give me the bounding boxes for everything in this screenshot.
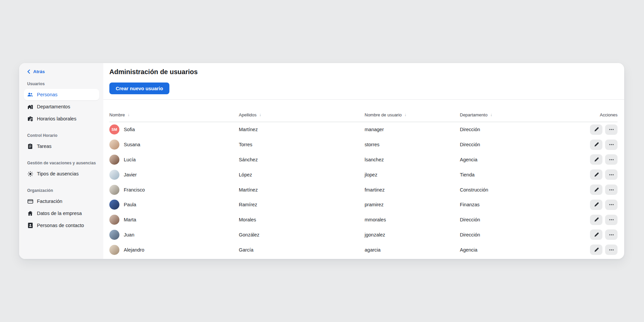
avatar [109,230,119,240]
actions-cell [579,215,618,225]
more-row-button[interactable] [605,140,618,150]
last-name: Sánchez [239,157,365,162]
edit-row-button[interactable] [590,124,602,135]
pencil-icon [594,217,599,222]
edit-row-button[interactable] [590,140,602,150]
pencil-icon [594,142,599,147]
column-header-nombre-de-usuario[interactable]: Nombre de usuario ↓ [365,112,460,117]
column-header-nombre[interactable]: Nombre ↓ [109,112,239,117]
actions-cell [579,245,618,255]
last-name: López [239,172,365,177]
department: Agencia [460,157,579,162]
sidebar-item-departamentos[interactable]: Departamentos [24,101,99,112]
department: Dirección [460,142,579,147]
column-header-acciones: Acciones [579,112,618,117]
sidebar-item-personas-de-contacto[interactable]: Personas de contacto [24,220,99,231]
edit-row-button[interactable] [590,245,602,255]
sidebar-item-label: Facturación [37,199,62,204]
more-row-button[interactable] [605,215,618,225]
pencil-icon [594,232,599,237]
first-name: Paula [124,202,136,207]
sort-down-icon[interactable]: ↓ [490,113,492,117]
username: agarcia [365,247,460,253]
username: jgonzalez [365,232,460,237]
edit-row-button[interactable] [590,200,602,210]
back-link[interactable]: Atrás [24,68,99,75]
column-header-apellidos[interactable]: Apellidos ↓ [239,112,365,117]
edit-row-button[interactable] [590,154,602,165]
sort-down-icon[interactable]: ↓ [405,113,407,117]
sidebar-item-tipos-de-ausencias[interactable]: Tipos de ausencias [24,168,99,179]
actions-cell [579,229,618,240]
ellipsis-icon [609,204,614,205]
edit-row-button[interactable] [590,184,602,195]
table-row: Javier López jlopez Tienda [109,167,618,182]
sidebar-item-personas[interactable]: Personas [24,89,99,100]
column-header-departamento[interactable]: Departamento ↓ [460,112,579,117]
name-cell: Lucía [109,155,239,165]
clipboard-icon [27,144,33,149]
chevron-left-icon [27,69,30,74]
edit-row-button[interactable] [590,229,602,240]
username: mmorales [365,217,460,222]
last-name: Martínez [239,187,365,193]
department: Finanzas [460,202,579,207]
ellipsis-icon [609,159,614,160]
ellipsis-icon [609,219,614,220]
section-label-usuarios: Usuarios [24,82,99,86]
more-row-button[interactable] [605,154,618,165]
edit-row-button[interactable] [590,215,602,225]
sidebar-item-horarios-laborales[interactable]: Horarios laborales [24,113,99,124]
sort-down-icon[interactable]: ↓ [259,113,261,117]
more-row-button[interactable] [605,245,618,255]
last-name: Ramírez [239,202,365,207]
ellipsis-icon [609,174,614,175]
name-cell: Paula [109,200,239,210]
page-title: Administración de usuarios [109,68,618,76]
first-name: Francisco [124,187,145,193]
pencil-icon [594,187,599,192]
sidebar-item-tareas[interactable]: Tareas [24,141,99,152]
create-user-button[interactable]: Crear nuevo usuario [109,83,169,94]
more-row-button[interactable] [605,124,618,135]
people-icon [27,92,33,97]
table-row: SM Sofia Martínez manager Dirección [109,122,618,137]
table-body: SM Sofia Martínez manager Dirección [109,122,618,257]
last-name: González [239,232,365,237]
first-name: Javier [124,172,137,177]
more-row-button[interactable] [605,200,618,210]
avatar [109,155,119,165]
actions-cell [579,140,618,150]
more-row-button[interactable] [605,229,618,240]
sidebar-item-label: Tareas [37,144,52,149]
section-label-vacaciones: Gestión de vacaciones y ausencias [24,161,99,165]
name-cell: Javier [109,170,239,180]
actions-cell [579,154,618,165]
first-name: Susana [124,142,140,147]
avatar [109,245,119,255]
edit-row-button[interactable] [590,169,602,180]
department: Construcción [460,187,579,193]
table-row: Paula Ramírez pramirez Finanzas [109,197,618,212]
department: Tienda [460,172,579,177]
sidebar-item-datos-de-la-empresa[interactable]: Datos de la empresa [24,208,99,219]
table-row: Alejandro García agarcia Agencia [109,242,618,257]
table-row: Francisco Martínez fmartinez Construcció… [109,182,618,197]
sidebar-item-label: Horarios laborales [37,116,76,121]
sort-down-icon[interactable]: ↓ [127,113,129,117]
username: pramirez [365,202,460,207]
table-row: Susana Torres storres Dirección [109,137,618,152]
table-row: Marta Morales mmorales Dirección [109,212,618,227]
actions-cell [579,169,618,180]
main-content: Administración de usuarios Crear nuevo u… [103,63,624,259]
section-label-organizacion: Organización [24,188,99,193]
name-cell: Susana [109,140,239,150]
more-row-button[interactable] [605,169,618,180]
more-row-button[interactable] [605,184,618,195]
actions-cell [579,184,618,195]
department: Dirección [460,127,579,132]
sidebar-item-facturacion[interactable]: Facturación [24,196,99,207]
first-name: Alejandro [124,247,144,253]
pencil-icon [594,248,599,252]
name-cell: Alejandro [109,245,239,255]
